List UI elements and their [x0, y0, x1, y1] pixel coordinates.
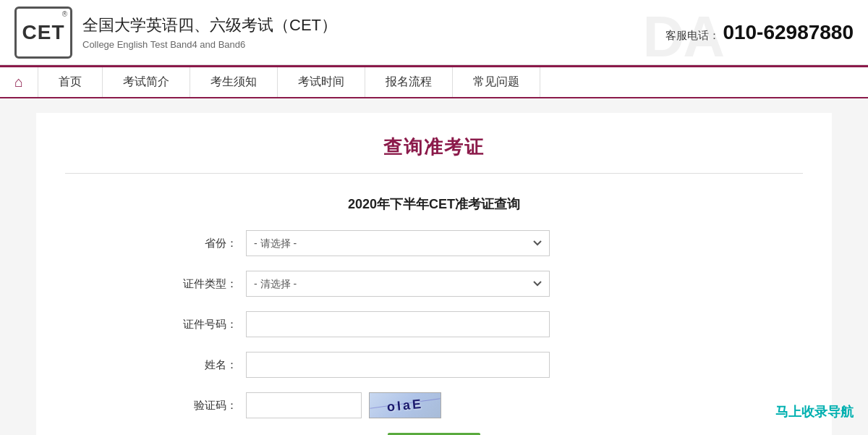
page-title-section: 查询准考证 — [65, 135, 803, 174]
captcha-row: 验证码： oIaE — [181, 392, 687, 418]
province-select[interactable]: - 请选择 - — [246, 230, 550, 256]
name-input[interactable] — [246, 352, 550, 378]
nav-notice[interactable]: 考试简介 — [103, 67, 190, 97]
header-title-en: College English Test Band4 and Band6 — [82, 39, 337, 50]
captcha-image[interactable]: oIaE — [369, 392, 441, 418]
logo-text: CET — [22, 21, 65, 44]
id-type-control: - 清选择 - — [246, 271, 550, 297]
captcha-control: oIaE — [246, 392, 550, 418]
logo-registered: ® — [62, 10, 67, 18]
form-section-title: 2020年下半年CET准考证查询 — [181, 195, 687, 213]
header-title-block: 全国大学英语四、六级考试（CET） College English Test B… — [82, 14, 337, 50]
header: CET ® 全国大学英语四、六级考试（CET） College English … — [0, 0, 868, 65]
footer-nav-link[interactable]: 马上收录导航 — [775, 403, 854, 421]
nav-process[interactable]: 考试时间 — [278, 67, 365, 97]
nav-faq2[interactable]: 常见问题 — [453, 67, 540, 97]
nav-intro[interactable]: 首页 — [38, 67, 103, 97]
service-label: 客服电话： — [665, 29, 720, 41]
page-title: 查询准考证 — [65, 135, 803, 160]
captcha-text: oIaE — [386, 396, 424, 414]
id-number-row: 证件号码： — [181, 311, 687, 337]
header-left: CET ® 全国大学英语四、六级考试（CET） College English … — [14, 7, 337, 59]
home-icon: ⌂ — [14, 74, 23, 90]
name-label: 姓名： — [181, 358, 246, 372]
name-control — [246, 352, 550, 378]
nav-faq[interactable]: 报名流程 — [365, 67, 453, 97]
id-type-row: 证件类型： - 清选择 - — [181, 271, 687, 297]
header-contact: 客服电话： 010-62987880 — [665, 21, 854, 44]
nav-time[interactable]: 考生须知 — [190, 67, 278, 97]
captcha-label: 验证码： — [181, 399, 246, 413]
form-section: 2020年下半年CET准考证查询 省份： - 请选择 - 证件类型： - 清选择… — [181, 195, 687, 435]
province-control: - 请选择 - — [246, 230, 550, 256]
captcha-input-group: oIaE — [246, 392, 550, 418]
name-row: 姓名： — [181, 352, 687, 378]
logo: CET ® — [14, 7, 72, 59]
id-number-label: 证件号码： — [181, 318, 246, 331]
id-type-select[interactable]: - 清选择 - — [246, 271, 550, 297]
main-nav: ⌂ 首页 考试简介 考生须知 考试时间 报名流程 常见问题 — [0, 65, 868, 98]
captcha-input[interactable] — [246, 392, 362, 418]
id-number-control — [246, 311, 550, 337]
id-type-label: 证件类型： — [181, 277, 246, 291]
province-label: 省份： — [181, 237, 246, 250]
header-title-cn: 全国大学英语四、六级考试（CET） — [82, 14, 337, 36]
main-content: 查询准考证 2020年下半年CET准考证查询 省份： - 请选择 - 证件类型：… — [36, 113, 832, 435]
phone-number: 010-62987880 — [723, 21, 854, 43]
id-number-input[interactable] — [246, 311, 550, 337]
province-row: 省份： - 请选择 - — [181, 230, 687, 256]
nav-home[interactable]: ⌂ — [0, 67, 38, 97]
